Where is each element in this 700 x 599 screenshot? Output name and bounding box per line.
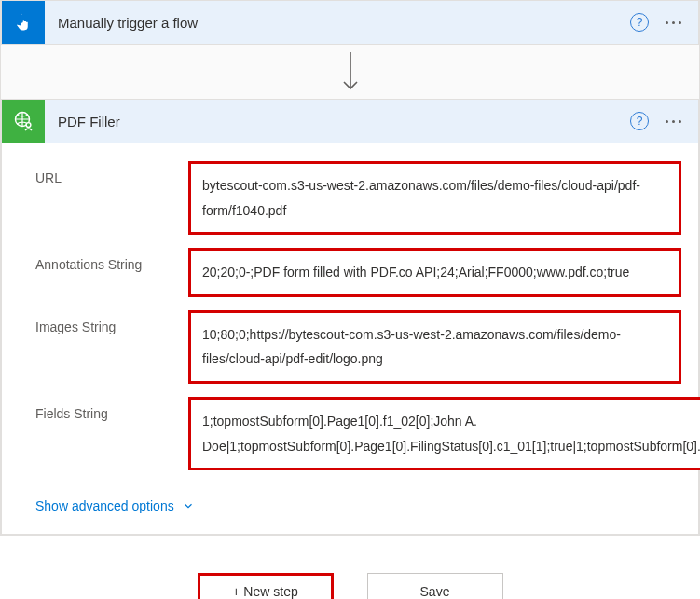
more-menu-icon[interactable] (656, 21, 691, 24)
field-row-annotations: Annotations String 20;20;0-;PDF form fil… (35, 248, 681, 297)
globe-person-icon (2, 100, 45, 143)
new-step-button[interactable]: + New step (198, 573, 334, 599)
action-body: URL bytescout-com.s3-us-west-2.amazonaws… (2, 143, 698, 489)
fields-input[interactable]: 1;topmostSubform[0].Page1[0].f1_02[0];Jo… (188, 397, 700, 470)
url-input[interactable]: bytescout-com.s3-us-west-2.amazonaws.com… (188, 161, 681, 235)
trigger-title: Manually trigger a flow (45, 15, 630, 31)
more-menu-icon[interactable] (656, 120, 691, 123)
advanced-label: Show advanced options (35, 498, 174, 513)
footer: + New step Save (0, 536, 700, 599)
field-label: Images String (35, 310, 188, 334)
trigger-header[interactable]: Manually trigger a flow ? (2, 1, 698, 44)
help-icon[interactable]: ? (630, 112, 649, 130)
action-step: PDF Filler ? URL bytescout-com.s3-us-wes… (1, 99, 699, 535)
action-header[interactable]: PDF Filler ? (2, 100, 698, 143)
field-row-url: URL bytescout-com.s3-us-west-2.amazonaws… (35, 161, 681, 235)
save-button[interactable]: Save (367, 573, 503, 599)
field-label: Annotations String (35, 248, 188, 272)
show-advanced-toggle[interactable]: Show advanced options (2, 489, 698, 534)
field-row-images: Images String 10;80;0;https://bytescout-… (35, 310, 681, 384)
flow-canvas: Manually trigger a flow ? PDF Filler ? (0, 0, 700, 536)
help-icon[interactable]: ? (630, 13, 649, 32)
field-row-fields: Fields String 1;topmostSubform[0].Page1[… (35, 397, 681, 470)
chevron-down-icon (182, 499, 195, 512)
field-label: URL (35, 161, 188, 185)
annotations-input[interactable]: 20;20;0-;PDF form filled with PDF.co API… (188, 248, 681, 297)
pointer-icon (2, 1, 45, 44)
connector-arrow (1, 45, 699, 99)
images-input[interactable]: 10;80;0;https://bytescout-com.s3-us-west… (188, 310, 681, 384)
action-title: PDF Filler (45, 114, 630, 129)
trigger-step: Manually trigger a flow ? (1, 0, 699, 45)
svg-point-2 (26, 123, 31, 128)
field-label: Fields String (35, 397, 188, 421)
